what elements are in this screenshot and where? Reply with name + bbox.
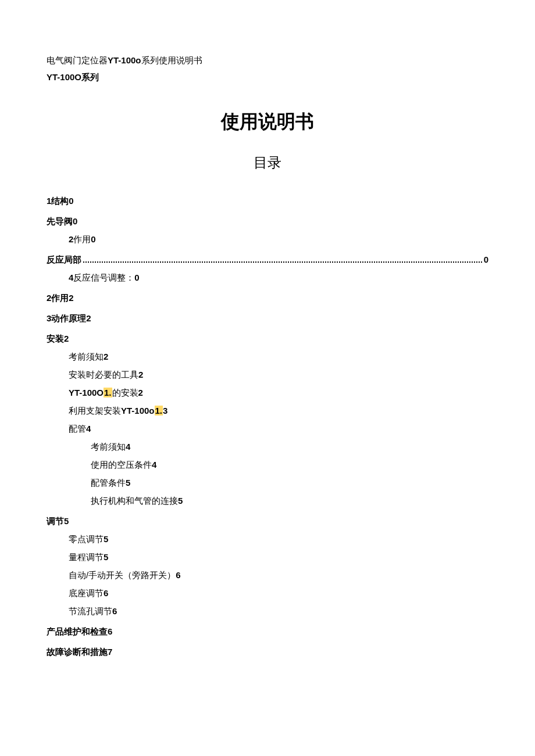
toc-piping-conditions: 配管条件5: [91, 475, 488, 490]
toc-action-0: 2作用0: [69, 231, 488, 247]
toc-actuator-connection: 执行机构和气管的连接5: [91, 493, 488, 508]
toc-install: 安装2: [47, 331, 488, 346]
toc-adjust: 调节5: [47, 513, 488, 529]
toc-piping: 配管4: [69, 421, 488, 436]
toc-principle: 3动作原理2: [47, 310, 488, 326]
toc-reaction-part: 反应局部 0: [47, 252, 488, 267]
toc-troubleshooting: 故障诊断和措施7: [47, 644, 488, 660]
header-suffix: 系列使用说明书: [141, 55, 202, 65]
toc-action-2: 2作用2: [47, 290, 488, 306]
toc-tools: 安装时必要的工具2: [69, 367, 488, 382]
toc-yt100o-install: YT-100O1.的安装2: [69, 385, 488, 400]
toc-air-conditions: 使用的空压条件4: [91, 457, 488, 472]
toc-precautions-1: 考前须知2: [69, 349, 488, 364]
header-line-1: 电气阀门定位器YT-100o系列使用说明书: [47, 52, 488, 68]
toc-maintenance: 产品维护和检查6: [47, 624, 488, 639]
toc-pilot-valve: 先导阀0: [47, 213, 488, 229]
toc-zero-adjust: 零点调节5: [69, 531, 488, 547]
toc-base-adjust: 底座调节6: [69, 585, 488, 601]
toc-orifice-adjust: 节流孔调节6: [69, 603, 488, 619]
header-prefix: 电气阀门定位器: [47, 55, 108, 65]
document-subtitle: 目录: [47, 151, 488, 175]
toc-reaction-signal: 4反应信号调整：0: [69, 270, 488, 285]
toc-auto-manual-switch: 自动/手动开关（旁路开关）6: [69, 567, 488, 583]
header-line-2: YT-100O系列: [47, 69, 488, 85]
toc-precautions-2: 考前须知4: [91, 439, 488, 454]
toc-structure: 1结构0: [47, 193, 488, 209]
header-model: YT-100o: [108, 55, 141, 65]
document-title: 使用说明书: [47, 105, 488, 139]
toc-bracket-install: 利用支架安装YT-100o1.3: [69, 403, 488, 418]
dotted-leader: [83, 261, 482, 263]
toc-span-adjust: 量程调节5: [69, 549, 488, 565]
